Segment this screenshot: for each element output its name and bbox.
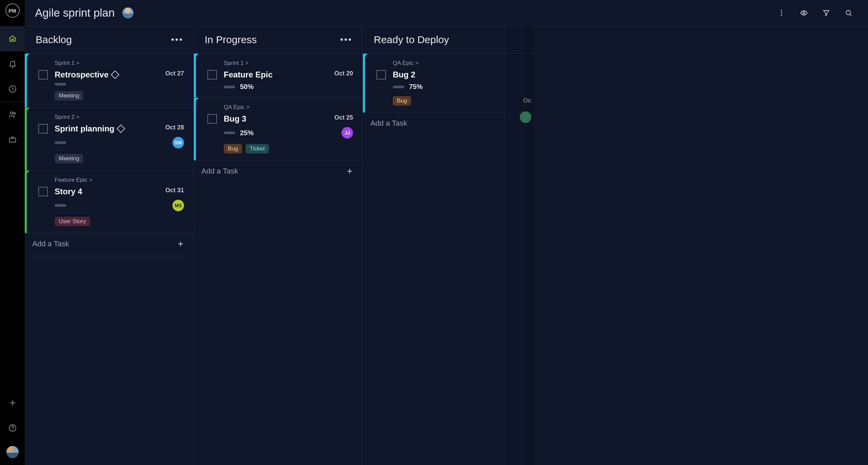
tag[interactable]: Meeting [55,91,83,101]
sidebar-item-projects[interactable] [0,127,25,152]
assignee-avatar[interactable]: SW [172,137,184,148]
assignee-avatar[interactable]: JJ [341,127,353,139]
tag[interactable]: User Story [55,217,90,226]
card-breadcrumb[interactable]: QA Epic > [224,104,353,111]
app-logo[interactable]: PM [5,3,20,18]
add-task-label: Add a Task [32,239,69,248]
card-checkbox[interactable] [207,114,217,124]
column-header: In Progress [194,26,363,54]
progress-pct: 25% [240,129,254,137]
main: Agile sprint plan BacklogSprint 1 >Retro… [25,0,868,465]
card-breadcrumb[interactable]: Feature Epic > [55,177,184,183]
sidebar-item-home[interactable] [0,26,25,51]
card[interactable]: Feature Epic >Story 4Oct 31MSUser Story [25,171,193,233]
horizontal-scrollbar[interactable] [32,254,186,258]
progress-bar-icon [224,131,235,134]
column-in-progress: In ProgressSprint 1 >Feature EpicOct 205… [194,26,363,465]
card-stripe [25,54,27,107]
card-checkbox[interactable] [38,70,48,79]
topbar-search-button[interactable] [839,6,858,20]
topbar-filter-button[interactable] [817,6,835,20]
column-title: In Progress [205,34,257,46]
project-owner-avatar[interactable] [122,7,134,19]
card-checkbox[interactable] [376,70,386,79]
svg-point-2 [13,112,15,114]
card[interactable]: Sprint 1 >RetrospectiveOct 27Meeting [25,54,193,108]
progress-bar-icon [224,86,235,88]
card-title: Sprint planning [55,124,161,133]
card[interactable]: QA Epic >Bug 275%Bug [363,54,505,113]
card-title: Feature Epic [224,70,330,79]
topbar-watch-button[interactable] [795,6,813,20]
card-date: Oc [523,97,531,104]
eye-icon [800,9,808,17]
people-icon [8,110,17,119]
card-progress: 50% [224,83,330,91]
card-title: Story 4 [55,187,161,196]
column-header: Ready to Deploy [363,26,505,54]
add-task-button[interactable]: Add a Task [363,113,505,134]
card-stripe [194,54,196,97]
card-checkbox[interactable] [38,187,48,196]
card-title: Retrospective [55,70,161,79]
card[interactable]: Sprint 2 >Sprint planningOct 28SWMeeting [25,108,193,171]
tag[interactable]: Meeting [55,154,83,163]
card-stripe [25,108,27,170]
card-progress: 75% [393,83,491,91]
add-task-button[interactable]: Add a Task [194,161,363,182]
card-breadcrumb[interactable]: Sprint 1 > [224,60,353,67]
progress-bar-icon [55,204,66,207]
column-header: Backlog [25,26,193,54]
sidebar-item-alerts[interactable] [0,51,25,76]
card-corner-icon [25,108,30,112]
card-corner-icon [363,54,368,58]
tag[interactable]: Bug [224,144,242,154]
column-more-button[interactable] [169,36,185,43]
sidebar-add[interactable] [0,390,25,415]
column-body[interactable]: Sprint 1 >Feature EpicOct 2050%QA Epic >… [194,54,363,465]
column-title: Backlog [36,34,72,46]
card-progress: 25% [224,127,330,139]
milestone-icon [116,124,125,133]
card-title: Bug 2 [393,70,491,79]
card-tags: User Story [55,217,184,226]
sidebar-help[interactable] [0,415,25,441]
column-more-button[interactable] [338,36,354,43]
svg-point-7 [781,12,782,14]
card[interactable]: QA Epic >Bug 3Oct 2525%JJBugTicket [194,98,363,161]
help-icon [8,424,17,432]
add-task-button[interactable]: Add a Task [25,233,193,254]
sidebar-user-avatar[interactable] [6,446,19,458]
page-title: Agile sprint plan [35,6,115,19]
card-breadcrumb[interactable]: Sprint 2 > [55,114,184,121]
card-checkbox[interactable] [207,70,217,79]
assignee-avatar[interactable]: MS [172,200,184,211]
card-stripe [194,98,196,160]
card-stripe [25,171,27,233]
topbar: Agile sprint plan [25,0,868,26]
milestone-icon [111,70,119,79]
card-tags: Bug [393,96,496,106]
column-title: Ready to Deploy [374,34,449,46]
kanban-board[interactable]: BacklogSprint 1 >RetrospectiveOct 27Meet… [25,26,868,465]
tag[interactable]: Bug [393,96,411,106]
plus-icon [8,398,17,407]
tag[interactable]: Ticket [245,144,269,154]
topbar-more-button[interactable] [772,6,791,20]
card-checkbox[interactable] [38,124,48,133]
filter-icon [822,9,830,17]
sidebar-item-team[interactable] [0,102,25,127]
column-body[interactable]: Sprint 1 >RetrospectiveOct 27MeetingSpri… [25,54,193,465]
svg-point-5 [12,429,13,430]
svg-rect-3 [9,138,15,142]
plus-icon [177,240,185,248]
card-breadcrumb[interactable]: QA Epic > [393,60,496,67]
column-body[interactable]: QA Epic >Bug 275%BugAdd a Task [363,54,505,465]
card-date: Oct 27 [165,70,184,77]
card[interactable]: Sprint 1 >Feature EpicOct 2050% [194,54,363,98]
card-breadcrumb[interactable]: Sprint 1 > [55,60,184,67]
assignee-avatar[interactable] [520,111,531,123]
progress-bar-icon [55,141,66,144]
bell-icon [8,59,17,68]
sidebar-item-recent[interactable] [0,76,25,102]
